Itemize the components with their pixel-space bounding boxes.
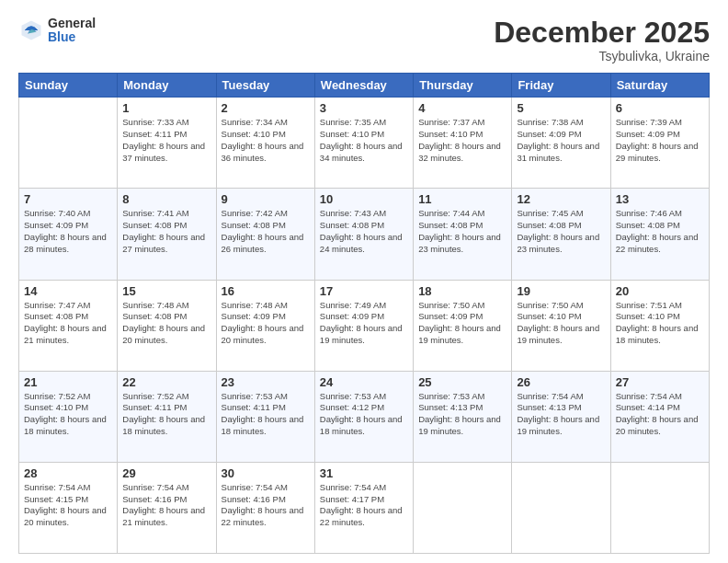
day-info: Sunrise: 7:53 AM Sunset: 4:11 PM Dayligh… (222, 391, 310, 438)
day-number: 10 (320, 192, 408, 206)
week-row-4: 28Sunrise: 7:54 AM Sunset: 4:15 PM Dayli… (19, 462, 710, 553)
day-cell-4-4 (414, 462, 512, 553)
day-number: 26 (517, 375, 605, 389)
logo-text: General Blue (48, 17, 96, 45)
day-number: 31 (320, 466, 408, 480)
day-cell-0-2: 2Sunrise: 7:34 AM Sunset: 4:10 PM Daylig… (216, 98, 314, 189)
day-info: Sunrise: 7:53 AM Sunset: 4:13 PM Dayligh… (418, 391, 506, 438)
day-info: Sunrise: 7:54 AM Sunset: 4:13 PM Dayligh… (517, 391, 605, 438)
day-number: 4 (418, 101, 506, 115)
day-cell-3-0: 21Sunrise: 7:52 AM Sunset: 4:10 PM Dayli… (19, 371, 118, 462)
day-number: 13 (616, 192, 704, 206)
day-cell-3-4: 25Sunrise: 7:53 AM Sunset: 4:13 PM Dayli… (414, 371, 512, 462)
day-number: 23 (222, 375, 310, 389)
day-info: Sunrise: 7:51 AM Sunset: 4:10 PM Dayligh… (616, 300, 704, 347)
day-number: 9 (222, 192, 310, 206)
day-info: Sunrise: 7:44 AM Sunset: 4:08 PM Dayligh… (418, 208, 506, 255)
day-cell-3-5: 26Sunrise: 7:54 AM Sunset: 4:13 PM Dayli… (512, 371, 610, 462)
day-number: 14 (24, 284, 112, 298)
week-row-3: 21Sunrise: 7:52 AM Sunset: 4:10 PM Dayli… (19, 371, 710, 462)
day-cell-0-6: 6Sunrise: 7:39 AM Sunset: 4:09 PM Daylig… (610, 98, 709, 189)
logo-icon (18, 17, 44, 43)
day-info: Sunrise: 7:54 AM Sunset: 4:14 PM Dayligh… (616, 391, 704, 438)
weekday-header-row: Sunday Monday Tuesday Wednesday Thursday… (19, 74, 710, 98)
header: General Blue December 2025 Tsybulivka, U… (18, 17, 710, 63)
week-row-2: 14Sunrise: 7:47 AM Sunset: 4:08 PM Dayli… (19, 280, 710, 371)
day-info: Sunrise: 7:37 AM Sunset: 4:10 PM Dayligh… (418, 117, 506, 164)
day-cell-2-0: 14Sunrise: 7:47 AM Sunset: 4:08 PM Dayli… (19, 280, 118, 371)
day-info: Sunrise: 7:43 AM Sunset: 4:08 PM Dayligh… (320, 208, 408, 255)
day-cell-2-6: 20Sunrise: 7:51 AM Sunset: 4:10 PM Dayli… (610, 280, 709, 371)
header-wednesday: Wednesday (314, 74, 413, 98)
day-number: 22 (122, 375, 210, 389)
day-cell-4-0: 28Sunrise: 7:54 AM Sunset: 4:15 PM Dayli… (19, 462, 118, 553)
page: General Blue December 2025 Tsybulivka, U… (0, 0, 728, 563)
day-cell-3-3: 24Sunrise: 7:53 AM Sunset: 4:12 PM Dayli… (314, 371, 413, 462)
day-cell-1-1: 8Sunrise: 7:41 AM Sunset: 4:08 PM Daylig… (118, 189, 216, 280)
day-cell-4-1: 29Sunrise: 7:54 AM Sunset: 4:16 PM Dayli… (118, 462, 216, 553)
day-cell-0-4: 4Sunrise: 7:37 AM Sunset: 4:10 PM Daylig… (414, 98, 512, 189)
header-tuesday: Tuesday (216, 74, 314, 98)
day-number: 12 (517, 192, 605, 206)
day-info: Sunrise: 7:34 AM Sunset: 4:10 PM Dayligh… (222, 117, 310, 164)
header-thursday: Thursday (414, 74, 512, 98)
day-number: 5 (517, 101, 605, 115)
day-cell-2-2: 16Sunrise: 7:48 AM Sunset: 4:09 PM Dayli… (216, 280, 314, 371)
day-number: 27 (616, 375, 704, 389)
day-info: Sunrise: 7:54 AM Sunset: 4:17 PM Dayligh… (320, 482, 408, 529)
day-cell-4-5 (512, 462, 610, 553)
header-sunday: Sunday (19, 74, 118, 98)
day-number: 2 (222, 101, 310, 115)
day-info: Sunrise: 7:46 AM Sunset: 4:08 PM Dayligh… (616, 208, 704, 255)
day-number: 1 (122, 101, 210, 115)
day-number: 24 (320, 375, 408, 389)
day-info: Sunrise: 7:48 AM Sunset: 4:09 PM Dayligh… (222, 300, 310, 347)
day-number: 16 (222, 284, 310, 298)
day-cell-1-4: 11Sunrise: 7:44 AM Sunset: 4:08 PM Dayli… (414, 189, 512, 280)
day-cell-1-2: 9Sunrise: 7:42 AM Sunset: 4:08 PM Daylig… (216, 189, 314, 280)
day-cell-3-6: 27Sunrise: 7:54 AM Sunset: 4:14 PM Dayli… (610, 371, 709, 462)
day-number: 18 (418, 284, 506, 298)
day-info: Sunrise: 7:54 AM Sunset: 4:16 PM Dayligh… (122, 482, 210, 529)
day-info: Sunrise: 7:49 AM Sunset: 4:09 PM Dayligh… (320, 300, 408, 347)
location-subtitle: Tsybulivka, Ukraine (494, 49, 710, 63)
day-number: 11 (418, 192, 506, 206)
day-info: Sunrise: 7:50 AM Sunset: 4:09 PM Dayligh… (418, 300, 506, 347)
day-cell-4-3: 31Sunrise: 7:54 AM Sunset: 4:17 PM Dayli… (314, 462, 413, 553)
day-cell-4-6 (610, 462, 709, 553)
day-number: 29 (122, 466, 210, 480)
day-info: Sunrise: 7:35 AM Sunset: 4:10 PM Dayligh… (320, 117, 408, 164)
day-number: 25 (418, 375, 506, 389)
day-info: Sunrise: 7:48 AM Sunset: 4:08 PM Dayligh… (122, 300, 210, 347)
day-number: 15 (122, 284, 210, 298)
header-monday: Monday (118, 74, 216, 98)
month-title: December 2025 (494, 17, 710, 49)
day-cell-2-5: 19Sunrise: 7:50 AM Sunset: 4:10 PM Dayli… (512, 280, 610, 371)
day-info: Sunrise: 7:47 AM Sunset: 4:08 PM Dayligh… (24, 300, 112, 347)
day-number: 3 (320, 101, 408, 115)
day-cell-3-1: 22Sunrise: 7:52 AM Sunset: 4:11 PM Dayli… (118, 371, 216, 462)
day-info: Sunrise: 7:38 AM Sunset: 4:09 PM Dayligh… (517, 117, 605, 164)
day-info: Sunrise: 7:53 AM Sunset: 4:12 PM Dayligh… (320, 391, 408, 438)
day-info: Sunrise: 7:52 AM Sunset: 4:10 PM Dayligh… (24, 391, 112, 438)
day-cell-0-3: 3Sunrise: 7:35 AM Sunset: 4:10 PM Daylig… (314, 98, 413, 189)
week-row-0: 1Sunrise: 7:33 AM Sunset: 4:11 PM Daylig… (19, 98, 710, 189)
day-cell-2-3: 17Sunrise: 7:49 AM Sunset: 4:09 PM Dayli… (314, 280, 413, 371)
day-info: Sunrise: 7:45 AM Sunset: 4:08 PM Dayligh… (517, 208, 605, 255)
day-cell-4-2: 30Sunrise: 7:54 AM Sunset: 4:16 PM Dayli… (216, 462, 314, 553)
day-number: 30 (222, 466, 310, 480)
day-number: 6 (616, 101, 704, 115)
week-row-1: 7Sunrise: 7:40 AM Sunset: 4:09 PM Daylig… (19, 189, 710, 280)
calendar-table: Sunday Monday Tuesday Wednesday Thursday… (18, 73, 710, 554)
day-cell-3-2: 23Sunrise: 7:53 AM Sunset: 4:11 PM Dayli… (216, 371, 314, 462)
day-cell-0-0 (19, 98, 118, 189)
day-info: Sunrise: 7:42 AM Sunset: 4:08 PM Dayligh… (222, 208, 310, 255)
day-cell-0-5: 5Sunrise: 7:38 AM Sunset: 4:09 PM Daylig… (512, 98, 610, 189)
day-cell-1-5: 12Sunrise: 7:45 AM Sunset: 4:08 PM Dayli… (512, 189, 610, 280)
day-info: Sunrise: 7:54 AM Sunset: 4:15 PM Dayligh… (24, 482, 112, 529)
day-cell-1-6: 13Sunrise: 7:46 AM Sunset: 4:08 PM Dayli… (610, 189, 709, 280)
day-cell-2-1: 15Sunrise: 7:48 AM Sunset: 4:08 PM Dayli… (118, 280, 216, 371)
logo: General Blue (18, 17, 96, 45)
day-cell-1-0: 7Sunrise: 7:40 AM Sunset: 4:09 PM Daylig… (19, 189, 118, 280)
day-info: Sunrise: 7:41 AM Sunset: 4:08 PM Dayligh… (122, 208, 210, 255)
